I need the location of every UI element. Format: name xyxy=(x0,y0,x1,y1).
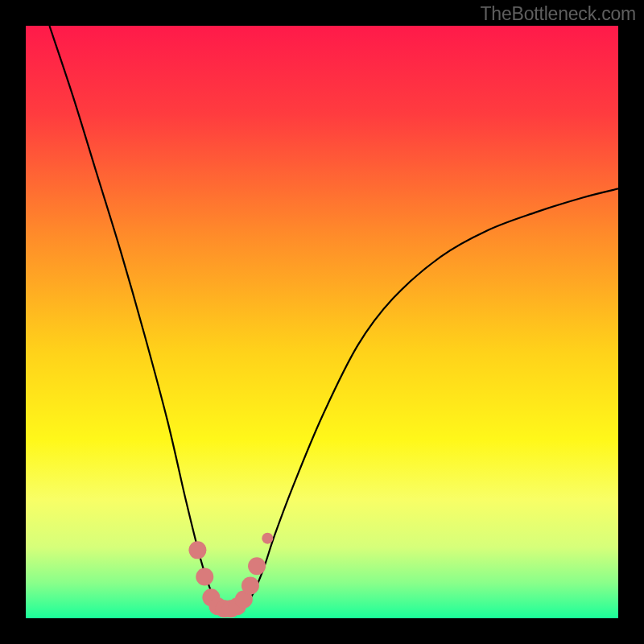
optimal-point xyxy=(262,533,273,544)
plot-area xyxy=(26,26,618,618)
gradient-background xyxy=(26,26,618,618)
watermark-text: TheBottleneck.com xyxy=(481,3,636,25)
optimal-point xyxy=(188,541,206,559)
optimal-point xyxy=(248,557,266,575)
optimal-point xyxy=(196,568,213,585)
bottleneck-chart xyxy=(26,26,618,618)
chart-frame: TheBottleneck.com xyxy=(0,0,644,644)
optimal-point xyxy=(242,577,259,595)
